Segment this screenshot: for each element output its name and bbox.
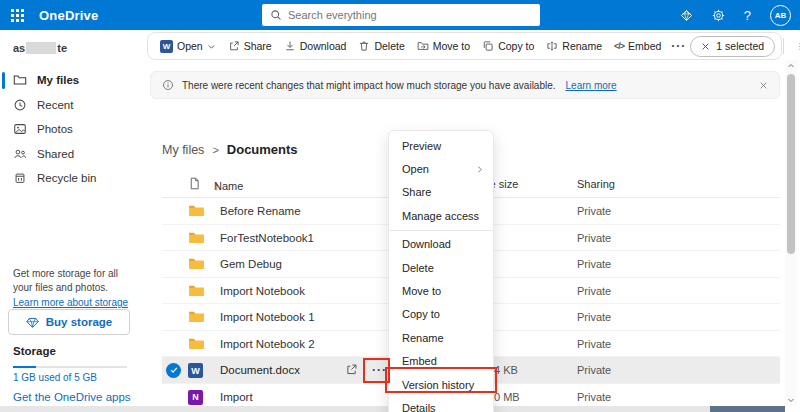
- folder-icon: [188, 231, 205, 244]
- account-name: as te: [13, 42, 140, 54]
- more-commands-button[interactable]: ···: [667, 39, 690, 53]
- menu-item-label: Download: [402, 238, 451, 250]
- sidebar-item-recycle-bin[interactable]: Recycle bin: [0, 166, 140, 191]
- search-box[interactable]: [262, 4, 540, 26]
- sort-ascending-icon: ↑: [214, 180, 220, 192]
- breadcrumb-separator: >: [212, 144, 218, 156]
- buy-storage-button[interactable]: Buy storage: [8, 309, 130, 335]
- menu-item-share[interactable]: Share: [389, 181, 493, 204]
- row-share-icon[interactable]: [345, 363, 358, 376]
- share-button[interactable]: Share: [222, 35, 278, 57]
- menu-item-delete[interactable]: Delete: [389, 256, 493, 279]
- row-hover-actions: ···: [345, 357, 391, 383]
- sharing-status: Private: [577, 232, 611, 244]
- horizontal-scrollbar-thumb[interactable]: [710, 406, 785, 412]
- folder-icon: [188, 310, 205, 323]
- menu-item-open[interactable]: Open: [389, 157, 493, 180]
- buy-storage-label: Buy storage: [46, 316, 112, 328]
- onenote-icon: N: [188, 390, 203, 405]
- top-app-bar: OneDrive ?: [0, 0, 800, 30]
- menu-item-version-history[interactable]: Version history: [389, 373, 493, 396]
- sidebar-item-photos[interactable]: Photos: [0, 117, 140, 142]
- sidebar-item-shared[interactable]: Shared: [0, 142, 140, 167]
- account-name-prefix: as: [13, 42, 25, 54]
- file-type-column-icon[interactable]: [188, 177, 201, 190]
- menu-item-details[interactable]: Details: [389, 396, 493, 412]
- settings-gear-icon[interactable]: [712, 9, 725, 22]
- onedrive-apps-link[interactable]: Get the OneDrive apps: [13, 391, 131, 403]
- menu-item-label: Details: [402, 402, 436, 412]
- menu-item-rename[interactable]: Rename: [389, 326, 493, 349]
- banner-learn-more-link[interactable]: Learn more: [566, 80, 617, 91]
- delete-button[interactable]: Delete: [352, 35, 410, 57]
- file-name: Import: [220, 391, 253, 403]
- selected-check-icon[interactable]: [166, 363, 181, 378]
- folder-icon: [188, 204, 205, 217]
- storage-banner: There were recent changes that might imp…: [150, 71, 780, 99]
- folder-icon: [13, 73, 27, 87]
- vertical-scrollbar-thumb[interactable]: [787, 74, 795, 254]
- topbar-actions: ? AB: [680, 0, 791, 30]
- folder-icon: [188, 257, 205, 270]
- sidebar-item-label: Shared: [37, 148, 74, 160]
- share-label: Share: [244, 40, 272, 52]
- open-button[interactable]: W Open: [154, 35, 222, 57]
- sidebar-item-my-files[interactable]: My files: [0, 68, 140, 93]
- menu-item-manage-access[interactable]: Manage access: [389, 204, 493, 227]
- menu-item-label: Rename: [402, 332, 444, 344]
- copy-to-button[interactable]: Copy to: [476, 35, 540, 57]
- word-document-icon: W: [188, 363, 203, 378]
- scroll-up-icon[interactable]: [786, 60, 796, 72]
- sidebar-item-label: Recycle bin: [37, 172, 96, 184]
- sharing-status: Private: [577, 364, 611, 376]
- menu-item-embed[interactable]: Embed: [389, 350, 493, 373]
- menu-item-label: Copy to: [402, 308, 440, 320]
- sort-view-button[interactable]: [792, 35, 800, 57]
- trash-icon: [358, 40, 370, 52]
- banner-close-icon[interactable]: [759, 81, 768, 90]
- rename-icon: [546, 40, 558, 52]
- sharing-status: Private: [577, 391, 611, 403]
- rename-button[interactable]: Rename: [540, 35, 608, 57]
- sharing-status: Private: [577, 311, 611, 323]
- scroll-down-icon[interactable]: [786, 394, 796, 406]
- context-menu: Preview Open Share Manage access Downloa…: [388, 130, 494, 412]
- sidebar: as te My files Recent Photos: [0, 30, 140, 412]
- download-icon: [284, 40, 296, 52]
- download-label: Download: [300, 40, 347, 52]
- rename-label: Rename: [562, 40, 602, 52]
- app-launcher-icon[interactable]: [11, 9, 24, 22]
- file-name: ForTestNotebook1: [220, 232, 314, 244]
- help-icon[interactable]: ?: [744, 8, 751, 23]
- column-header-sharing[interactable]: Sharing: [577, 178, 615, 190]
- submenu-chevron-icon: [475, 165, 484, 174]
- embed-button[interactable]: </> Embed: [608, 35, 667, 57]
- move-to-icon: [417, 40, 429, 52]
- redaction-box: [26, 42, 56, 54]
- premium-icon[interactable]: [680, 9, 693, 22]
- embed-label: Embed: [628, 40, 661, 52]
- move-to-label: Move to: [433, 40, 470, 52]
- sharing-status: Private: [577, 205, 611, 217]
- sidebar-item-recent[interactable]: Recent: [0, 93, 140, 118]
- menu-item-copy-to[interactable]: Copy to: [389, 303, 493, 326]
- download-button[interactable]: Download: [278, 35, 353, 57]
- selection-pill[interactable]: 1 selected: [690, 36, 775, 57]
- recycle-bin-icon: [13, 171, 27, 185]
- photos-icon: [13, 122, 27, 136]
- avatar[interactable]: AB: [770, 5, 791, 26]
- account-name-suffix: te: [57, 42, 67, 54]
- open-label: Open: [177, 40, 203, 52]
- file-name: Import Notebook 1: [220, 311, 315, 323]
- sidebar-nav: My files Recent Photos Shared: [0, 68, 140, 191]
- sharing-status: Private: [577, 338, 611, 350]
- search-input[interactable]: [288, 9, 532, 21]
- menu-item-move-to[interactable]: Move to: [389, 279, 493, 302]
- breadcrumb-parent[interactable]: My files: [162, 143, 204, 157]
- folder-icon: [188, 337, 205, 350]
- menu-divider: [389, 230, 493, 231]
- menu-item-download[interactable]: Download: [389, 233, 493, 256]
- file-name: Gem Debug: [220, 258, 282, 270]
- menu-item-preview[interactable]: Preview: [389, 134, 493, 157]
- move-to-button[interactable]: Move to: [411, 35, 476, 57]
